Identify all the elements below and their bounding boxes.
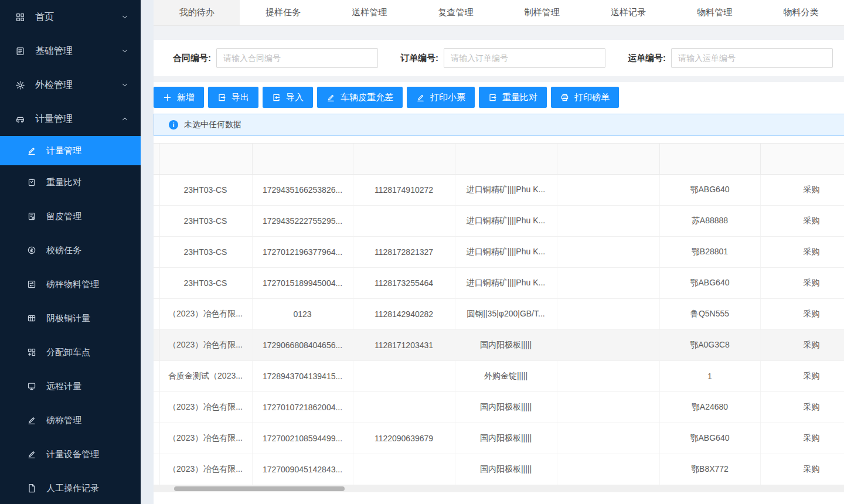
table-row[interactable]: 23HT03-CS 1729435222755295... 进口铜精矿||||P…	[154, 205, 844, 236]
cell-scale-sheet-no	[353, 205, 455, 236]
cell-order-type: 采购	[760, 205, 844, 236]
chevron-down-icon	[121, 47, 129, 55]
chevron-down-icon	[121, 13, 129, 21]
cell-order-no: 23HT03-CS	[159, 236, 252, 267]
cell-order-no: （2023）冶色有限...	[159, 391, 252, 423]
cell-waybill-no: 1729435222755295...	[252, 205, 353, 236]
sidebar-item-basic-management[interactable]: 基础管理	[0, 34, 141, 68]
column-header[interactable]	[659, 144, 760, 174]
column-header[interactable]	[159, 144, 252, 174]
table-header-row	[154, 144, 844, 174]
table-row[interactable]: （2023）冶色有限... 1727010721862004... 国内阳极板|…	[154, 391, 844, 423]
table-row[interactable]: （2023）冶色有限... 1727009045142843... 国内阳极板|…	[154, 454, 844, 485]
cell-product-name: 进口铜精矿||||Phu K...	[455, 174, 557, 205]
cell-scale-sheet-no: 1128174910272	[353, 174, 455, 205]
table-row[interactable]: （2023）冶色有限... 1727002108594499... 112209…	[154, 423, 844, 454]
gear-icon	[15, 80, 25, 90]
sidebar-item-metrology-management-sub[interactable]: 计量管理	[0, 136, 141, 165]
sidebar-item-label: 分配卸车点	[46, 347, 129, 358]
cell-spec	[557, 205, 659, 236]
nav-tab-label: 我的待办	[179, 7, 215, 18]
sidebar-item-scale-material-management[interactable]: 磅秤物料管理	[0, 267, 141, 301]
button-label: 车辆皮重允差	[341, 92, 393, 103]
tab-material-category[interactable]: 物料分类	[758, 0, 844, 25]
table-row[interactable]: 23HT03-CS 1727012196377964... 1128172821…	[154, 236, 844, 267]
add-button[interactable]: 新增	[154, 87, 204, 108]
table-row[interactable]: 23HT03-CS 1727015189945004... 1128173255…	[154, 267, 844, 298]
table-row[interactable]: （2023）冶色有限... 1729066808404656... 112817…	[154, 329, 844, 360]
grid-icon	[15, 12, 25, 22]
sidebar-item-remote-metrology[interactable]: 远程计量	[0, 369, 141, 403]
button-label: 导出	[232, 92, 249, 103]
sidebar-item-external-inspection[interactable]: 外检管理	[0, 68, 141, 102]
cell-order-no: （2023）冶色有限...	[159, 423, 252, 454]
column-header[interactable]	[760, 144, 844, 174]
cell-vehicle-no: 鄂ABG640	[659, 174, 760, 205]
column-header[interactable]	[252, 144, 353, 174]
chevron-up-icon	[121, 115, 129, 123]
button-label: 打印小票	[430, 92, 465, 103]
cell-order-no: 23HT03-CS	[159, 267, 252, 298]
horizontal-scrollbar-thumb[interactable]	[174, 486, 345, 491]
cell-order-type: 采购	[760, 391, 844, 423]
cell-waybill-no: 1727010721862004...	[252, 391, 353, 423]
sidebar-item-metrology-management[interactable]: 计量管理	[0, 102, 141, 136]
column-header[interactable]	[353, 144, 455, 174]
column-header[interactable]	[557, 144, 659, 174]
clipped-column-stub	[154, 174, 159, 205]
chevron-down-icon	[121, 81, 129, 89]
tab-sampling-task[interactable]: 提样任务	[240, 0, 326, 25]
sidebar-item-weight-comparison[interactable]: 重量比对	[0, 165, 141, 199]
sidebar-item-cathode-copper-metrology[interactable]: 阴极铜计量	[0, 301, 141, 335]
horizontal-scrollbar[interactable]	[154, 485, 844, 492]
print-ticket-button[interactable]: 打印小票	[407, 87, 475, 108]
tab-sample-preparation-management[interactable]: 制样管理	[499, 0, 585, 25]
contract-no-input[interactable]	[216, 48, 378, 68]
sidebar-item-tare-retention[interactable]: 留皮管理	[0, 199, 141, 233]
pen-icon	[27, 449, 36, 459]
cell-waybill-no: 1727015189945004...	[252, 267, 353, 298]
sidebar-item-label: 远程计量	[46, 381, 129, 392]
tab-material-management[interactable]: 物料管理	[672, 0, 758, 25]
cell-order-type: 采购	[760, 454, 844, 485]
app-root: 首页 基础管理 外检管理 计量管理 计量管理 重量比对 留皮管理 校磅任务 磅秤…	[0, 0, 844, 504]
grid-table-icon	[27, 314, 36, 323]
weight-compare-button[interactable]: 重量比对	[479, 87, 547, 108]
table-row[interactable]: 合质金测试（2023... 1728943704139415... 外购金锭||…	[154, 360, 844, 391]
sidebar-item-scale-management[interactable]: 磅称管理	[0, 403, 141, 437]
table-row[interactable]: 23HT03-CS 1729435166253826... 1128174910…	[154, 174, 844, 205]
import-button[interactable]: 导入	[263, 87, 313, 108]
order-no-input[interactable]	[444, 48, 605, 68]
sidebar-item-manual-operation-record[interactable]: 人工操作记录	[0, 471, 141, 504]
sidebar-item-label: 计量设备管理	[46, 449, 129, 460]
cell-order-no: （2023）冶色有限...	[159, 329, 252, 360]
sidebar-item-scale-calibration-task[interactable]: 校磅任务	[0, 233, 141, 267]
contract-no-label: 合同编号:	[173, 53, 211, 64]
clipped-column-stub	[154, 360, 159, 391]
sidebar-item-metrology-device-management[interactable]: 计量设备管理	[0, 437, 141, 471]
column-header[interactable]	[455, 144, 557, 174]
clipped-column-stub	[154, 144, 159, 174]
tab-my-todo[interactable]: 我的待办	[154, 0, 240, 25]
waybill-no-input[interactable]	[671, 48, 833, 68]
tab-review-management[interactable]: 复查管理	[413, 0, 499, 25]
cell-order-no: 23HT03-CS	[159, 205, 252, 236]
button-label: 导入	[286, 92, 304, 103]
sidebar-item-label: 外检管理	[35, 79, 121, 91]
tab-sample-delivery-management[interactable]: 送样管理	[326, 0, 413, 25]
sidebar-item-label: 人工操作记录	[46, 483, 129, 494]
sidebar-item-label: 重量比对	[46, 177, 129, 188]
vehicle-tare-tolerance-button[interactable]: 车辆皮重允差	[317, 87, 403, 108]
sidebar-item-unloading-point-assignment[interactable]: 分配卸车点	[0, 335, 141, 369]
sidebar-item-label: 首页	[35, 11, 121, 23]
print-scale-sheet-button[interactable]: 打印磅单	[551, 87, 619, 108]
tab-sample-delivery-record[interactable]: 送样记录	[585, 0, 671, 25]
cell-order-no: （2023）冶色有限...	[159, 454, 252, 485]
export-button[interactable]: 导出	[208, 87, 258, 108]
sidebar-item-home[interactable]: 首页	[0, 0, 141, 34]
monitor-icon	[27, 382, 36, 391]
table-row[interactable]: （2023）冶色有限... 0123 1128142940282 圆钢||35|…	[154, 298, 844, 329]
sidebar-item-label: 磅秤物料管理	[46, 279, 129, 290]
data-table: 23HT03-CS 1729435166253826... 1128174910…	[154, 144, 844, 485]
cell-waybill-no: 1729066808404656...	[252, 329, 353, 360]
